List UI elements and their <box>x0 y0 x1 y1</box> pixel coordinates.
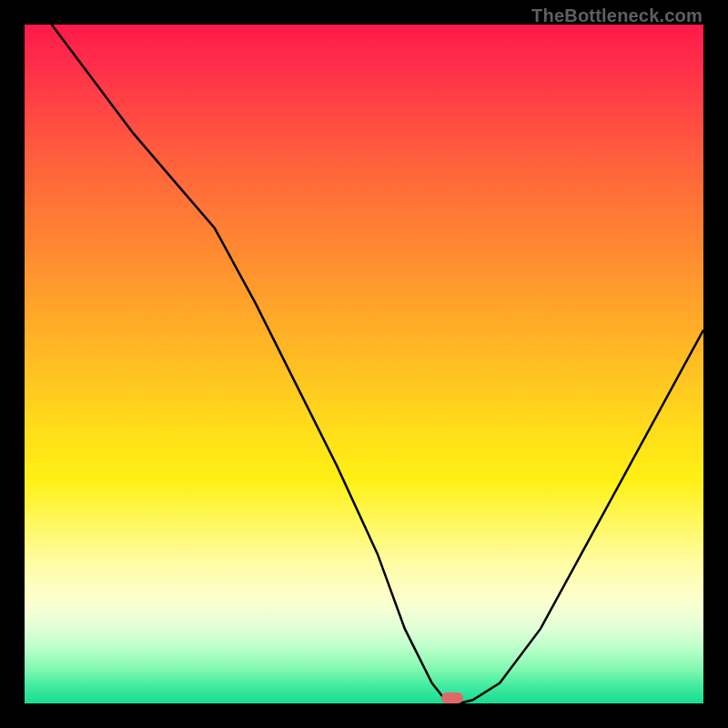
chart-frame: TheBottleneck.com <box>0 0 728 728</box>
watermark-text: TheBottleneck.com <box>531 5 703 26</box>
bottleneck-curve <box>25 25 703 703</box>
curve-line <box>52 25 703 703</box>
optimal-point-marker <box>441 693 463 703</box>
chart-plot-area <box>25 25 703 703</box>
